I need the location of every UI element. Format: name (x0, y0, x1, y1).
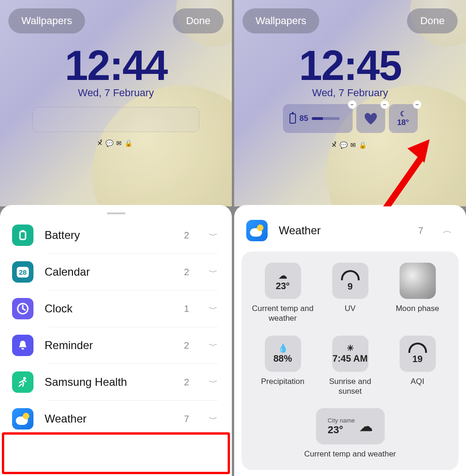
widget-option-label: Moon phase (396, 304, 440, 313)
category-label: Weather (45, 412, 173, 425)
wallpapers-button[interactable]: Wallpapers (8, 8, 85, 33)
category-count: 7 (184, 414, 189, 424)
runner-icon (17, 376, 29, 388)
svg-point-3 (23, 377, 26, 380)
widget-option-aqi[interactable]: 19AQI (385, 336, 450, 397)
category-count: 1 (184, 304, 189, 314)
done-button[interactable]: Done (173, 8, 223, 33)
chevron-down-icon: ﹀ (209, 378, 218, 387)
wallpapers-button[interactable]: Wallpapers (243, 8, 319, 33)
widget-category-calendar[interactable]: 28Calendar2﹀ (0, 254, 232, 290)
lock-icon: 🔒 (359, 141, 369, 149)
reminder-app-icon (12, 335, 33, 356)
gauge-icon (408, 343, 427, 353)
widget-tile: 💧88% (265, 336, 301, 372)
widget-option-label: Precipitation (261, 377, 305, 386)
widget-option-label: Current temp and weather (250, 304, 315, 324)
widget-category-battery[interactable]: Battery2﹀ (0, 217, 232, 253)
clock-time[interactable]: 12:45 (234, 42, 466, 90)
category-count: 2 (184, 377, 189, 388)
clock-icon (16, 302, 29, 315)
widget-option-citytemp[interactable]: City name23°☁Current temp and weather (249, 408, 451, 459)
clock-time[interactable]: 12:44 (0, 42, 232, 90)
widget-option-label: Sunrise and sunset (318, 377, 383, 397)
weather-temp-widget[interactable]: ☾ 18° − (389, 104, 418, 133)
chevron-down-icon: ﹀ (209, 304, 218, 313)
chevron-down-icon: ﹀ (209, 231, 218, 240)
tile-icon: ☀ (347, 343, 354, 353)
moon-phase-tile (400, 263, 436, 299)
remove-widget-button[interactable]: − (348, 100, 356, 109)
annotation-highlight (2, 432, 230, 474)
tile-value: 23° (276, 281, 289, 291)
tile-icon: ☁ (279, 271, 287, 281)
section-title: Weather (279, 224, 407, 237)
svg-rect-1 (21, 230, 24, 231)
lockscreen-preview: Wallpapers Done 12:45 Wed, 7 February 85… (234, 0, 466, 206)
widget-slot[interactable]: 85 − − ☾ 18° − (263, 104, 437, 133)
widget-option-sunrise[interactable]: ☀7:45 AMSunrise and sunset (318, 336, 383, 397)
tile-icon: 💧 (278, 343, 288, 353)
category-label: Clock (45, 302, 173, 315)
done-button[interactable]: Done (407, 8, 458, 33)
clock-date[interactable]: Wed, 7 February (234, 87, 466, 99)
widget-option-moon[interactable]: Moon phase (385, 263, 450, 324)
widget-tile: 9 (332, 263, 368, 299)
notification-icons-row[interactable]: ✕̊💬✉🔒 (0, 139, 232, 147)
widget-picker-panel[interactable]: Battery2﹀28Calendar2﹀Clock1﹀Reminder2﹀Sa… (0, 205, 232, 476)
weather-app-icon (12, 408, 33, 430)
clock-date[interactable]: Wed, 7 February (0, 87, 232, 99)
widget-tile: ☁23° (265, 263, 301, 299)
category-label: Calendar (45, 265, 173, 278)
battery-value: 85 (300, 114, 308, 123)
notification-icons-row[interactable]: ✕̊💬✉🔒 (234, 141, 466, 149)
lock-icon: 🔒 (125, 139, 135, 147)
widget-option-label: Current temp and weather (304, 449, 396, 459)
battery-icon (289, 113, 296, 124)
battery-app-icon (17, 229, 29, 241)
missed-call-icon: ✕̊ (97, 139, 105, 147)
mail-icon: ✉ (350, 141, 359, 149)
widget-category-reminder[interactable]: Reminder2﹀ (0, 327, 232, 364)
chevron-down-icon: ﹀ (209, 268, 218, 277)
calendar-app-icon: 28 (12, 261, 33, 283)
health-widget[interactable]: − (356, 104, 385, 133)
chat-icon: 💬 (105, 139, 116, 147)
section-count: 7 (418, 225, 423, 236)
chevron-down-icon: ﹀ (209, 415, 218, 423)
widget-picker-panel[interactable]: Weather 7 ︿ ☁23°Current temp and weather… (234, 205, 466, 476)
category-count: 2 (184, 267, 189, 278)
widget-tile: ☀7:45 AM (332, 336, 368, 372)
tile-value: 9 (348, 281, 353, 292)
battery-widget[interactable]: 85 − (283, 104, 353, 133)
annotation-arrow (327, 149, 429, 206)
clock-app-icon (12, 298, 33, 319)
mail-icon: ✉ (116, 139, 125, 147)
chat-icon: 💬 (340, 141, 350, 149)
widget-category-clock[interactable]: Clock1﹀ (0, 291, 232, 327)
widget-category-weather[interactable]: Weather7﹀ (0, 401, 232, 437)
widget-slot-empty[interactable] (33, 107, 199, 132)
tile-value: 19 (412, 354, 422, 364)
remove-widget-button[interactable]: − (381, 100, 389, 109)
category-count: 2 (184, 340, 189, 351)
weather-app-icon (246, 220, 268, 241)
widget-option-precip[interactable]: 💧88%Precipitation (250, 336, 315, 397)
bell-icon (17, 339, 29, 351)
category-label: Battery (45, 229, 173, 242)
widget-category-health[interactable]: Samsung Health2﹀ (0, 364, 232, 400)
widget-option-label: UV (345, 304, 356, 313)
health-app-icon (12, 371, 33, 393)
category-label: Samsung Health (45, 376, 173, 389)
tile-value: 7:45 AM (333, 353, 368, 364)
weather-section-header[interactable]: Weather 7 ︿ (234, 212, 466, 251)
widget-option-curtemp[interactable]: ☁23°Current temp and weather (250, 263, 315, 324)
drag-handle[interactable] (107, 212, 125, 214)
tile-value: 88% (273, 353, 292, 364)
widget-option-uv[interactable]: 9UV (318, 263, 383, 324)
category-label: Reminder (45, 339, 173, 352)
widget-tile: 19 (400, 336, 436, 372)
moon-icon: ☾ (400, 110, 406, 118)
weather-widgets-grid: ☁23°Current temp and weather9UVMoon phas… (242, 251, 459, 470)
remove-widget-button[interactable]: − (413, 100, 421, 109)
